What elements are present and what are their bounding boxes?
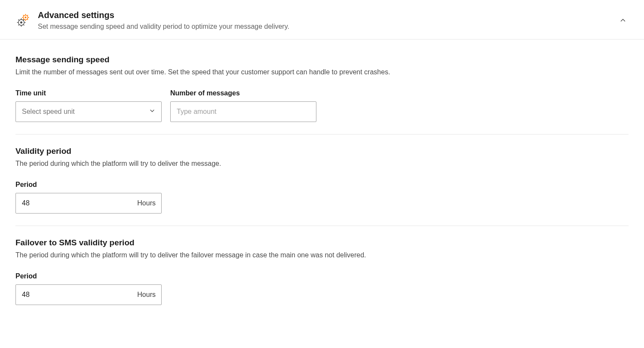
header-title: Advanced settings: [38, 10, 629, 20]
failover-period-input[interactable]: [15, 284, 162, 305]
time-unit-select[interactable]: Select speed unit: [15, 101, 162, 122]
svg-line-19: [18, 24, 19, 25]
failover-period-label: Period: [15, 272, 629, 280]
advanced-settings-content: Message sending speed Limit the number o…: [0, 40, 644, 326]
svg-line-8: [27, 15, 28, 16]
svg-point-1: [25, 17, 26, 18]
collapse-toggle[interactable]: [619, 16, 627, 26]
section-title: Failover to SMS validity period: [15, 238, 629, 247]
validity-period-input[interactable]: [15, 193, 162, 214]
section-description: The period during which the platform wil…: [15, 250, 437, 260]
num-messages-label: Number of messages: [170, 89, 316, 97]
section-description: The period during which the platform wil…: [15, 159, 437, 169]
svg-line-7: [27, 19, 28, 20]
advanced-settings-header: Advanced settings Set message sending sp…: [0, 0, 644, 40]
svg-line-17: [23, 24, 24, 25]
svg-line-6: [23, 15, 24, 16]
section-title: Validity period: [15, 147, 629, 156]
header-description: Set message sending speed and validity p…: [38, 23, 629, 31]
validity-period-section: Validity period The period during which …: [15, 147, 629, 226]
section-description: Limit the number of messages sent out ov…: [15, 67, 437, 77]
section-title: Message sending speed: [15, 55, 629, 64]
svg-point-11: [21, 22, 22, 24]
validity-period-label: Period: [15, 181, 629, 189]
time-unit-placeholder: Select speed unit: [22, 108, 75, 116]
gears-icon: [15, 12, 31, 27]
failover-validity-section: Failover to SMS validity period The peri…: [15, 238, 629, 317]
time-unit-label: Time unit: [15, 89, 162, 97]
chevron-up-icon: [619, 16, 627, 24]
num-messages-input[interactable]: [170, 101, 316, 122]
svg-line-16: [18, 19, 19, 20]
message-sending-speed-section: Message sending speed Limit the number o…: [15, 55, 629, 134]
